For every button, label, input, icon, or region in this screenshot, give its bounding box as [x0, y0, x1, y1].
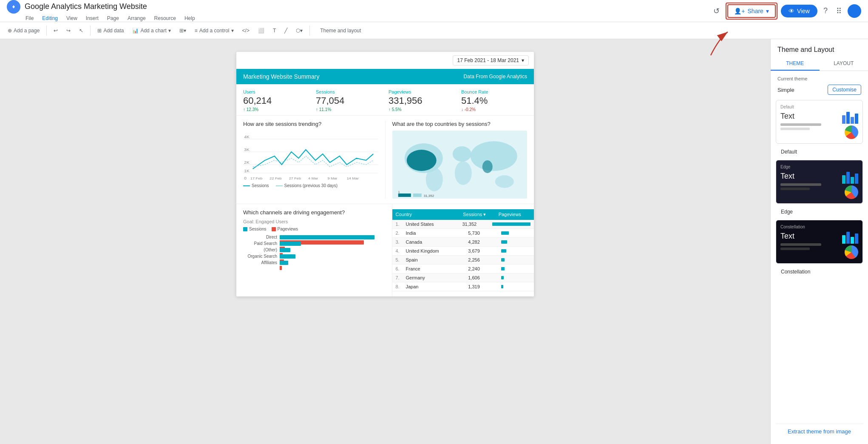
- add-page-label: Add a page: [14, 28, 40, 34]
- scorecards-button[interactable]: ⊞▾: [176, 26, 190, 35]
- td-pv-1: [492, 222, 530, 226]
- bar-label-organic: Organic Search: [243, 254, 277, 259]
- menu-resource[interactable]: Resource: [154, 14, 176, 22]
- add-control-icon: ≡: [195, 28, 198, 34]
- td-num-2: 2.: [396, 231, 403, 236]
- theme-default-row: Text: [780, 112, 858, 139]
- topbar-app-row: Google Analytics Marketing Website: [7, 0, 711, 14]
- tab-theme[interactable]: THEME: [771, 57, 820, 71]
- map-chart: What are the top countries by sessions?: [392, 121, 528, 199]
- theme-edge-header: Edge: [780, 165, 858, 169]
- td-country-7: Germany: [406, 275, 465, 280]
- theme-constellation-row: Text: [780, 232, 858, 259]
- right-panel: Theme and Layout THEME LAYOUT Current th…: [770, 39, 868, 444]
- bar-label-direct: Direct: [243, 235, 277, 239]
- metric-bounce: Bounce Rate 51.4% ↓ -0.2%: [461, 89, 527, 112]
- line-chart-area: 4K 3K 2K 1K 0 17 Feb 22 Feb: [243, 131, 378, 182]
- metric-pageviews: Pageviews 331,956 ↑ 5.5%: [389, 89, 454, 112]
- table-row: 3. Canada 4,282: [392, 238, 534, 247]
- app-logo: [7, 0, 20, 14]
- theme-edge-text: Text: [780, 172, 839, 192]
- banner-subtitle: Data From Google Analytics: [464, 74, 527, 80]
- theme-card-edge[interactable]: Edge Text: [776, 160, 863, 204]
- add-control-button[interactable]: ≡ Add a control ▾: [191, 26, 237, 35]
- svg-text:0: 0: [244, 176, 247, 180]
- date-bar: 17 Feb 2021 - 18 Mar 2021 ▾: [236, 52, 534, 69]
- canvas-area[interactable]: 17 Feb 2021 - 18 Mar 2021 ▾ Marketing We…: [0, 39, 770, 444]
- share-label: Share: [748, 8, 763, 14]
- theme-default-lines: [780, 123, 839, 130]
- svg-text:31,352: 31,352: [423, 194, 434, 198]
- line-button[interactable]: ╱: [281, 26, 291, 35]
- sessions-trend-chart: How are site sessions trending? 4K 3K 2K: [243, 121, 386, 199]
- add-page-button[interactable]: ⊕ Add a page: [4, 26, 43, 35]
- customise-button[interactable]: Customise: [828, 85, 861, 95]
- svg-text:1: 1: [398, 191, 400, 194]
- theme-card-constellation[interactable]: Constellation Text: [776, 220, 863, 264]
- code-button[interactable]: </>: [239, 26, 253, 35]
- toolbar: ⊕ Add a page ↩ ↪ ↖ ⊞ Add data 📊 Add a ch…: [0, 22, 868, 39]
- svg-point-23: [470, 141, 517, 171]
- menu-help[interactable]: Help: [184, 14, 195, 22]
- td-sessions-3: 4,282: [468, 239, 497, 245]
- date-picker[interactable]: 17 Feb 2021 - 18 Mar 2021 ▾: [453, 55, 529, 65]
- theme-edge-label: Edge: [776, 207, 863, 216]
- td-pv-2: [501, 231, 530, 235]
- extract-theme-button[interactable]: Extract theme from image: [776, 424, 863, 439]
- td-pv-4: [501, 249, 530, 253]
- select-tool[interactable]: ↖: [76, 26, 87, 35]
- avatar[interactable]: [848, 4, 861, 18]
- metric-sessions-value: 77,054: [316, 95, 382, 106]
- undo-button[interactable]: ↩: [50, 26, 61, 35]
- image-button[interactable]: ⬜: [255, 26, 268, 35]
- metric-users-label: Users: [243, 89, 309, 94]
- banner-title: Marketing Website Summary: [243, 73, 319, 80]
- help-button[interactable]: ?: [821, 4, 830, 18]
- svg-point-20: [425, 168, 443, 191]
- menu-view[interactable]: View: [66, 14, 77, 22]
- shapes-button[interactable]: ⬡▾: [292, 26, 306, 35]
- metric-sessions-change: ↑ 11.1%: [316, 107, 382, 112]
- svg-text:2K: 2K: [244, 160, 250, 165]
- theme-constellation-title: Text: [780, 232, 839, 241]
- text-button[interactable]: T: [269, 26, 279, 35]
- channels-subtitle: Goal: Engaged Users: [243, 219, 385, 224]
- menu-file[interactable]: File: [26, 14, 34, 22]
- menu-insert[interactable]: Insert: [86, 14, 99, 22]
- svg-point-24: [495, 175, 513, 188]
- td-pv-6: [501, 267, 530, 270]
- redo-button[interactable]: ↪: [63, 26, 74, 35]
- theme-constellation-lines: [780, 243, 839, 250]
- table-row: 8. Japan 1,319: [392, 282, 534, 291]
- td-sessions-1: 31,352: [462, 222, 489, 227]
- add-chart-button[interactable]: 📊 Add a chart ▾: [129, 26, 174, 35]
- td-pv-3: [501, 240, 530, 244]
- theme-layout-button[interactable]: Theme and layout: [317, 26, 364, 35]
- tab-layout[interactable]: LAYOUT: [820, 57, 868, 71]
- td-country-3: Canada: [406, 239, 465, 245]
- share-button[interactable]: 👤+ Share ▾: [727, 4, 776, 18]
- bar-row-affiliates: Affiliates: [243, 260, 385, 265]
- line-chart-legend: Sessions Sessions (previous 30 days): [243, 183, 378, 188]
- theme-constellation-header: Constellation: [780, 225, 858, 229]
- theme-edge-charts: [842, 172, 858, 199]
- grid-button[interactable]: ⠿: [834, 4, 844, 18]
- menu-arrange[interactable]: Arrange: [128, 14, 146, 22]
- metric-users-value: 60,214: [243, 95, 309, 106]
- metric-sessions-label: Sessions: [316, 89, 382, 94]
- current-theme-name: Simple: [777, 87, 794, 93]
- charts-row: How are site sessions trending? 4K 3K 2K: [236, 116, 534, 204]
- theme-card-default[interactable]: Default Text: [776, 100, 863, 144]
- menu-page[interactable]: Page: [107, 14, 119, 22]
- td-num-5: 5.: [396, 257, 403, 262]
- view-button[interactable]: 👁 View: [781, 5, 817, 17]
- menu-editing[interactable]: Editing: [42, 14, 58, 22]
- refresh-button[interactable]: ↺: [711, 4, 722, 18]
- add-page-icon: ⊕: [8, 28, 12, 34]
- svg-point-25: [482, 160, 492, 173]
- add-data-button[interactable]: ⊞ Add data: [94, 26, 127, 35]
- share-dropdown-icon: ▾: [766, 8, 769, 14]
- metric-users-change: ↑ 12.3%: [243, 107, 309, 112]
- td-num-3: 3.: [396, 239, 403, 245]
- metrics-row: Users 60,214 ↑ 12.3% Sessions 77,054 ↑ 1…: [236, 84, 534, 116]
